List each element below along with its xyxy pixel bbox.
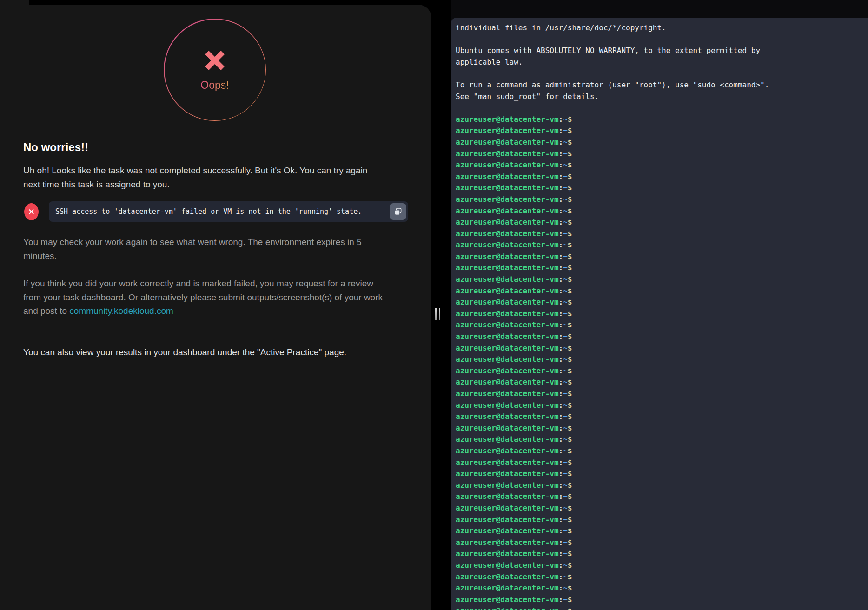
terminal-prompt-line: azureuser@datacenter-vm:~$ (456, 594, 868, 606)
terminal-prompt-line: azureuser@datacenter-vm:~$ (456, 251, 868, 263)
prompt-path: ~ (563, 572, 568, 581)
prompt-path: ~ (563, 195, 568, 204)
terminal-line: Ubuntu comes with ABSOLUTELY NO WARRANTY… (456, 45, 868, 57)
prompt-path: ~ (563, 126, 568, 135)
prompt-user-host: azureuser@datacenter-vm (456, 275, 559, 284)
note-dashboard-results: You can also view your results in your d… (23, 345, 423, 359)
error-x-icon (28, 209, 34, 215)
prompt-path: ~ (563, 332, 568, 341)
prompt-separator: : (559, 115, 563, 124)
prompt-symbol: $ (568, 240, 572, 249)
prompt-separator: : (559, 458, 563, 467)
prompt-separator: : (559, 309, 563, 318)
terminal-prompt-line: azureuser@datacenter-vm:~$ (456, 525, 868, 537)
prompt-user-host: azureuser@datacenter-vm (456, 355, 559, 364)
terminal-prompt-line: azureuser@datacenter-vm:~$ (456, 114, 868, 126)
prompt-symbol: $ (568, 138, 572, 146)
prompt-user-host: azureuser@datacenter-vm (456, 263, 559, 272)
prompt-symbol: $ (568, 126, 572, 135)
prompt-symbol: $ (568, 481, 572, 490)
terminal-line (456, 102, 868, 114)
prompt-user-host: azureuser@datacenter-vm (456, 549, 559, 558)
prompt-path: ~ (563, 183, 568, 192)
terminal-prompt-line: azureuser@datacenter-vm:~$ (456, 434, 868, 445)
prompt-path: ~ (563, 286, 568, 295)
prompt-separator: : (559, 378, 563, 386)
prompt-user-host: azureuser@datacenter-vm (456, 412, 559, 421)
community-link[interactable]: community.kodekloud.com (69, 306, 173, 316)
terminal-prompt-line: azureuser@datacenter-vm:~$ (456, 537, 868, 549)
prompt-path: ~ (563, 481, 568, 490)
terminal-prompt-line: azureuser@datacenter-vm:~$ (456, 137, 868, 148)
prompt-path: ~ (563, 492, 568, 501)
prompt-separator: : (559, 526, 563, 535)
terminal-prompt-line: azureuser@datacenter-vm:~$ (456, 171, 868, 183)
terminal-prompt-line: azureuser@datacenter-vm:~$ (456, 194, 868, 206)
prompt-symbol: $ (568, 389, 572, 398)
prompt-path: ~ (563, 595, 568, 604)
terminal-panel[interactable]: individual files in /usr/share/doc/*/cop… (451, 18, 868, 610)
prompt-user-host: azureuser@datacenter-vm (456, 195, 559, 204)
prompt-symbol: $ (568, 206, 572, 215)
terminal-prompt-line: azureuser@datacenter-vm:~$ (456, 560, 868, 571)
terminal-prompt-line: azureuser@datacenter-vm:~$ (456, 239, 868, 251)
prompt-user-host: azureuser@datacenter-vm (456, 183, 559, 192)
terminal-prompt-line: azureuser@datacenter-vm:~$ (456, 583, 868, 594)
prompt-separator: : (559, 469, 563, 478)
failed-x-icon (203, 48, 227, 73)
prompt-user-host: azureuser@datacenter-vm (456, 572, 559, 581)
prompt-separator: : (559, 435, 563, 444)
prompt-path: ~ (563, 149, 568, 158)
prompt-path: ~ (563, 344, 568, 352)
prompt-user-host: azureuser@datacenter-vm (456, 401, 559, 410)
prompt-separator: : (559, 149, 563, 158)
prompt-user-host: azureuser@datacenter-vm (456, 595, 559, 604)
prompt-path: ~ (563, 160, 568, 169)
prompt-separator: : (559, 595, 563, 604)
prompt-separator: : (559, 561, 563, 570)
terminal-prompt-line: azureuser@datacenter-vm:~$ (456, 491, 868, 503)
prompt-symbol: $ (568, 538, 572, 547)
prompt-path: ~ (563, 504, 568, 512)
prompt-symbol: $ (568, 344, 572, 352)
terminal-prompt-line: azureuser@datacenter-vm:~$ (456, 217, 868, 228)
prompt-user-host: azureuser@datacenter-vm (456, 389, 559, 398)
prompt-symbol: $ (568, 515, 572, 524)
prompt-separator: : (559, 229, 563, 238)
terminal-prompt-line: azureuser@datacenter-vm:~$ (456, 308, 868, 320)
prompt-symbol: $ (568, 115, 572, 124)
prompt-path: ~ (563, 606, 568, 610)
prompt-path: ~ (563, 252, 568, 261)
prompt-path: ~ (563, 172, 568, 181)
terminal-prompt-line: azureuser@datacenter-vm:~$ (456, 480, 868, 491)
terminal-line (456, 68, 868, 80)
terminal-panel-frame: individual files in /usr/share/doc/*/cop… (451, 0, 868, 610)
status-circle-inner: Oops! (165, 20, 265, 120)
prompt-path: ~ (563, 446, 568, 455)
prompt-path: ~ (563, 115, 568, 124)
prompt-separator: : (559, 263, 563, 272)
prompt-user-host: azureuser@datacenter-vm (456, 160, 559, 169)
prompt-user-host: azureuser@datacenter-vm (456, 606, 559, 610)
prompt-path: ~ (563, 412, 568, 421)
prompt-symbol: $ (568, 549, 572, 558)
prompt-user-host: azureuser@datacenter-vm (456, 446, 559, 455)
terminal-line (456, 34, 868, 46)
prompt-symbol: $ (568, 229, 572, 238)
terminal-prompt-line: azureuser@datacenter-vm:~$ (456, 285, 868, 297)
prompt-symbol: $ (568, 149, 572, 158)
result-panel: Oops! No worries!! Uh oh! Looks like the… (0, 5, 431, 610)
prompt-path: ~ (563, 435, 568, 444)
intro-paragraph: Uh oh! Looks like the task was not compl… (23, 164, 411, 191)
terminal-prompt-line: azureuser@datacenter-vm:~$ (456, 571, 868, 583)
terminal-prompt-line: azureuser@datacenter-vm:~$ (456, 377, 868, 388)
copy-button[interactable] (390, 203, 406, 220)
prompt-separator: : (559, 320, 563, 329)
prompt-user-host: azureuser@datacenter-vm (456, 435, 559, 444)
pane-resize-handle[interactable] (435, 308, 440, 320)
prompt-symbol: $ (568, 252, 572, 261)
prompt-separator: : (559, 252, 563, 261)
prompt-path: ~ (563, 389, 568, 398)
terminal-prompt-line: azureuser@datacenter-vm:~$ (456, 125, 868, 137)
error-message-text: SSH access to 'datacenter-vm' failed or … (55, 207, 390, 216)
